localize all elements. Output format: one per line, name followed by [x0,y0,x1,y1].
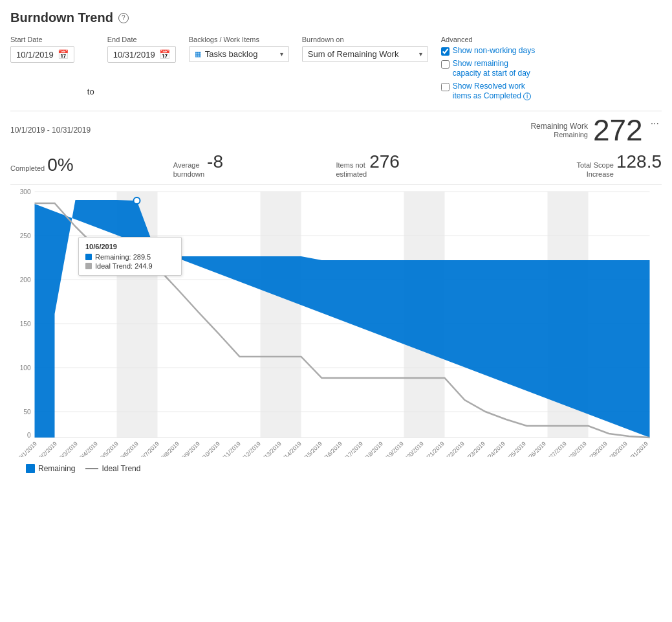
svg-text:300: 300 [20,188,31,195]
svg-text:10/15/2019: 10/15/2019 [298,440,323,457]
svg-text:10/30/2019: 10/30/2019 [603,440,629,457]
tooltip-row-ideal: Ideal Trend: 244.9 [85,262,175,270]
svg-text:10/13/2019: 10/13/2019 [257,440,283,457]
to-separator: to [87,87,94,96]
stat-items-value: 276 [369,151,400,172]
advanced-group: Advanced Show non-working days Show rema… [441,36,537,102]
date-range-bar: 10/1/2019 - 10/31/2019 Remaining Work Re… [10,111,662,149]
end-date-group: End Date 10/31/2019 📅 [107,36,176,63]
svg-text:10/20/2019: 10/20/2019 [400,440,425,457]
page-title: Burndown Trend [10,10,113,25]
end-date-input[interactable]: 10/31/2019 📅 [107,46,176,63]
checkbox-nonworking-label: Show non-working days [453,46,535,56]
burndown-on-group: Burndown on Sum of Remaining Work ▾ [302,36,428,62]
backlogs-icon: ▦ [195,50,201,58]
legend-remaining: Remaining [26,464,75,473]
start-date-input[interactable]: 10/1/2019 📅 [10,46,74,63]
legend-remaining-swatch [26,464,35,473]
stat-items-label: Items notestimated [336,161,367,179]
start-date-group: Start Date 10/1/2019 📅 [10,36,74,63]
svg-text:10/12/2019: 10/12/2019 [237,440,262,457]
stats-row: Completed 0% Averageburndown -8 Items no… [10,151,662,179]
svg-text:10/11/2019: 10/11/2019 [217,440,242,457]
svg-text:10/3/2019: 10/3/2019 [56,440,79,457]
stat-completed: Completed 0% [10,155,173,175]
end-date-value: 10/31/2019 [113,50,155,60]
stat-scope-value: 128.5 [616,151,662,172]
svg-text:200: 200 [20,276,31,283]
svg-text:10/2/2019: 10/2/2019 [36,440,58,457]
svg-text:100: 100 [20,364,31,372]
date-range-text: 10/1/2019 - 10/31/2019 [10,126,91,135]
tooltip-row-remaining: Remaining: 289.5 [85,253,175,261]
legend-ideal-trend: Ideal Trend [85,464,140,473]
checkbox-remaining-capacity[interactable]: Show remaining capacity at start of day [441,59,537,79]
svg-text:10/17/2019: 10/17/2019 [339,440,364,457]
svg-text:0: 0 [27,432,31,439]
remaining-work-title: Remaining Work [530,122,587,131]
svg-text:10/29/2019: 10/29/2019 [583,440,609,457]
ellipsis-button[interactable]: ··· [648,118,662,129]
burndown-on-label: Burndown on [302,36,428,43]
burndown-on-arrow-icon: ▾ [419,50,422,58]
checkbox-capacity-label: Show remaining capacity at start of day [453,59,537,79]
svg-text:10/21/2019: 10/21/2019 [420,440,446,457]
svg-text:10/6/2019: 10/6/2019 [117,440,140,457]
stat-avg-value: -8 [207,151,223,172]
chart-legend: Remaining Ideal Trend [10,464,662,473]
svg-text:10/8/2019: 10/8/2019 [158,440,180,457]
svg-text:10/1/2019: 10/1/2019 [16,440,38,457]
checkbox-nonworking-input[interactable] [441,47,450,56]
checkbox-resolved-input[interactable] [441,83,450,91]
end-date-calendar-icon[interactable]: 📅 [159,49,170,60]
svg-text:50: 50 [23,408,31,416]
tooltip-text-ideal: Ideal Trend: 244.9 [95,262,153,270]
start-date-calendar-icon[interactable]: 📅 [58,49,69,60]
legend-ideal-line [85,468,98,469]
tooltip-text-remaining: Remaining: 289.5 [95,253,151,261]
svg-text:10/27/2019: 10/27/2019 [543,440,568,457]
svg-text:10/16/2019: 10/16/2019 [318,440,343,457]
tooltip-swatch-ideal [85,263,92,269]
stat-average-burndown: Averageburndown -8 [173,151,336,179]
advanced-label: Advanced [441,36,537,43]
chart-tooltip: 10/6/2019 Remaining: 289.5 Ideal Trend: … [78,237,182,276]
svg-text:10/22/2019: 10/22/2019 [440,440,466,457]
checkbox-resolved-items[interactable]: Show Resolved work items as Completed i [441,82,537,102]
svg-text:10/25/2019: 10/25/2019 [502,440,527,457]
svg-text:250: 250 [20,232,31,239]
stat-total-scope: Total ScopeIncrease 128.5 [499,151,662,179]
checkbox-capacity-input[interactable] [441,60,450,69]
start-date-label: Start Date [10,36,74,43]
remaining-work-labels: Remaining Work Remaining [530,122,587,139]
svg-text:10/28/2019: 10/28/2019 [563,440,588,457]
svg-text:10/31/2019: 10/31/2019 [624,440,649,457]
tooltip-swatch-remaining [85,254,92,260]
svg-text:10/23/2019: 10/23/2019 [461,440,486,457]
burndown-on-value: Sum of Remaining Work [308,49,415,59]
svg-text:10/5/2019: 10/5/2019 [97,440,120,457]
tooltip-date: 10/6/2019 [85,243,175,250]
start-date-value: 10/1/2019 [16,50,54,60]
stat-scope-label: Total ScopeIncrease [576,161,613,179]
backlogs-select[interactable]: ▦ Tasks backlog ▾ [189,46,289,62]
legend-remaining-label: Remaining [38,464,75,473]
svg-text:10/18/2019: 10/18/2019 [359,440,384,457]
tooltip-dot-remaining [134,197,140,204]
burndown-on-select[interactable]: Sum of Remaining Work ▾ [302,46,428,62]
svg-text:10/7/2019: 10/7/2019 [138,440,160,457]
backlogs-arrow-icon: ▾ [280,50,283,58]
backlogs-value: Tasks backlog [205,49,276,59]
help-icon[interactable]: ? [118,13,129,23]
svg-text:10/9/2019: 10/9/2019 [179,440,201,457]
svg-text:10/26/2019: 10/26/2019 [522,440,547,457]
legend-ideal-label: Ideal Trend [102,464,140,473]
svg-rect-15 [261,192,301,438]
end-date-label: End Date [107,36,176,43]
stat-items-not-estimated: Items notestimated 276 [336,151,499,179]
svg-text:10/19/2019: 10/19/2019 [380,440,405,457]
stat-completed-label: Completed [10,164,45,172]
stat-completed-value: 0% [47,155,73,175]
stat-avg-label: Averageburndown [173,161,204,179]
checkbox-show-nonworking[interactable]: Show non-working days [441,46,537,56]
